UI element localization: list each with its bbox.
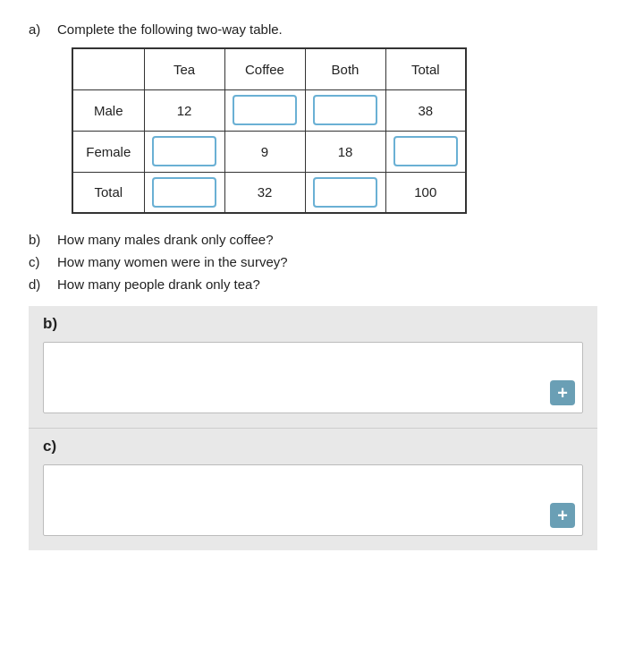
question-d-letter: d): [29, 276, 57, 292]
question-a-text: Complete the following two-way table.: [57, 21, 283, 37]
answer-c-box: +: [43, 464, 583, 536]
input-row0-coffee[interactable]: [233, 95, 297, 125]
question-d-text: How many people drank only tea?: [57, 276, 260, 292]
answer-c-plus-button[interactable]: +: [550, 503, 575, 528]
header-both: Both: [305, 48, 385, 89]
row-2-both-cell: [305, 172, 385, 213]
row-0-total-cell: 38: [385, 89, 466, 131]
question-b-letter: b): [29, 232, 57, 247]
answer-c-header: c): [29, 429, 597, 461]
header-empty: [72, 48, 144, 89]
input-row2-tea[interactable]: [152, 177, 216, 208]
question-b-row: b) How many males drank only coffee?: [29, 232, 597, 247]
row-2-total-cell: 100: [385, 172, 466, 213]
row-1-tea-cell: [144, 131, 224, 172]
row-1-total-cell: [385, 131, 466, 172]
question-b-text: How many males drank only coffee?: [57, 232, 274, 247]
input-row2-both[interactable]: [313, 177, 377, 208]
answer-b-box-wrapper: +: [29, 338, 597, 428]
row-1-label: Female: [72, 131, 144, 172]
question-a: a) Complete the following two-way table.…: [29, 21, 597, 214]
answer-b-box: +: [43, 342, 583, 413]
row-0-tea-cell: 12: [144, 89, 224, 131]
row-2-coffee-cell: 32: [224, 172, 305, 213]
two-way-table: Tea Coffee Both Total Male1238Female918T…: [72, 47, 467, 214]
answer-b-plus-button[interactable]: +: [550, 380, 575, 405]
answer-section-b: b) +: [29, 306, 597, 428]
row-2-label: Total: [72, 172, 144, 213]
row-1-both-cell: 18: [305, 131, 385, 172]
answer-c-box-wrapper: +: [29, 461, 597, 550]
header-tea: Tea: [144, 48, 224, 89]
answer-section-c: c) +: [29, 428, 597, 550]
question-a-label: a) Complete the following two-way table.: [29, 21, 597, 37]
table-row: Female918: [72, 131, 466, 172]
row-1-coffee-cell: 9: [224, 131, 305, 172]
question-d-row: d) How many people drank only tea?: [29, 276, 597, 292]
question-c-letter: c): [29, 254, 57, 269]
question-c-row: c) How many women were in the survey?: [29, 254, 597, 269]
header-total: Total: [385, 48, 466, 89]
input-row1-tea[interactable]: [152, 136, 216, 166]
input-row1-total[interactable]: [393, 136, 458, 166]
row-0-coffee-cell: [224, 89, 305, 131]
question-c-text: How many women were in the survey?: [57, 254, 288, 269]
question-a-letter: a): [29, 21, 57, 37]
questions-list: b) How many males drank only coffee? c) …: [29, 232, 597, 292]
row-2-tea-cell: [144, 172, 224, 213]
row-0-label: Male: [72, 89, 144, 131]
page: a) Complete the following two-way table.…: [0, 0, 626, 572]
table-row: Male1238: [72, 89, 466, 131]
input-row0-both[interactable]: [313, 95, 377, 125]
row-0-both-cell: [305, 89, 385, 131]
answer-b-header: b): [29, 306, 597, 338]
table-header-row: Tea Coffee Both Total: [72, 48, 466, 89]
header-coffee: Coffee: [224, 48, 305, 89]
table-row: Total32100: [72, 172, 466, 213]
two-way-table-wrapper: Tea Coffee Both Total Male1238Female918T…: [72, 47, 597, 214]
